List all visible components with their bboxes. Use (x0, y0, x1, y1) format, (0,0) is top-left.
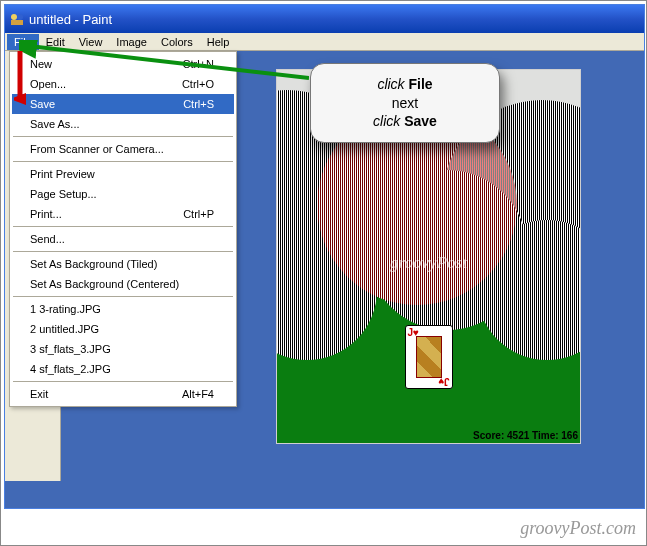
file-menu-1-3-rating-jpg[interactable]: 1 3-rating.JPG (12, 299, 234, 319)
menu-item-label: 1 3-rating.JPG (30, 303, 101, 315)
svg-point-2 (17, 14, 23, 20)
menu-separator (13, 226, 233, 227)
menu-item-label: 4 sf_flats_2.JPG (30, 363, 111, 375)
file-menu-save[interactable]: SaveCtrl+S (12, 94, 234, 114)
menubar: FileEditViewImageColorsHelp (5, 33, 644, 51)
file-menu-print[interactable]: Print...Ctrl+P (12, 204, 234, 224)
menu-item-label: From Scanner or Camera... (30, 143, 164, 155)
menu-view[interactable]: View (72, 34, 110, 50)
menu-item-shortcut: Ctrl+S (183, 98, 214, 110)
menu-item-label: 3 sf_flats_3.JPG (30, 343, 111, 355)
file-menu-set-as-background-tiled[interactable]: Set As Background (Tiled) (12, 254, 234, 274)
menu-item-label: Print... (30, 208, 62, 220)
file-menu-send[interactable]: Send... (12, 229, 234, 249)
menu-item-shortcut: Alt+F4 (182, 388, 214, 400)
menu-item-label: Page Setup... (30, 188, 97, 200)
file-menu-dropdown: NewCtrl+NOpen...Ctrl+OSaveCtrl+SSave As.… (9, 51, 237, 407)
file-menu-open[interactable]: Open...Ctrl+O (12, 74, 234, 94)
menu-separator (13, 136, 233, 137)
window-title: untitled - Paint (29, 12, 640, 27)
paint-window: untitled - Paint FileEditViewImageColors… (4, 4, 645, 509)
menu-item-label: Print Preview (30, 168, 95, 180)
menu-item-label: Exit (30, 388, 48, 400)
menu-colors[interactable]: Colors (154, 34, 200, 50)
menu-item-shortcut: Ctrl+P (183, 208, 214, 220)
file-menu-2-untitled-jpg[interactable]: 2 untitled.JPG (12, 319, 234, 339)
menu-separator (13, 251, 233, 252)
file-menu-new[interactable]: NewCtrl+N (12, 54, 234, 74)
menu-separator (13, 381, 233, 382)
menu-item-shortcut: Ctrl+N (183, 58, 214, 70)
menu-edit[interactable]: Edit (39, 34, 72, 50)
menu-separator (13, 296, 233, 297)
menu-item-label: Save (30, 98, 55, 110)
menu-item-label: Set As Background (Centered) (30, 278, 179, 290)
menu-item-label: Send... (30, 233, 65, 245)
menu-item-label: Save As... (30, 118, 80, 130)
file-menu-save-as[interactable]: Save As... (12, 114, 234, 134)
menu-help[interactable]: Help (200, 34, 237, 50)
instruction-callout: click File next click Save (310, 63, 500, 143)
menu-item-shortcut: Ctrl+O (182, 78, 214, 90)
menu-item-label: Set As Background (Tiled) (30, 258, 157, 270)
menu-image[interactable]: Image (109, 34, 154, 50)
menu-separator (13, 161, 233, 162)
file-menu-page-setup[interactable]: Page Setup... (12, 184, 234, 204)
menu-item-label: New (30, 58, 52, 70)
file-menu-set-as-background-centered[interactable]: Set As Background (Centered) (12, 274, 234, 294)
file-menu-4-sf-flats-2-jpg[interactable]: 4 sf_flats_2.JPG (12, 359, 234, 379)
brand-footer: groovyPost.com (520, 518, 636, 539)
svg-rect-0 (11, 20, 23, 25)
menu-item-label: 2 untitled.JPG (30, 323, 99, 335)
solitaire-status: Score: 4521 Time: 166 (473, 430, 578, 441)
file-menu-exit[interactable]: ExitAlt+F4 (12, 384, 234, 404)
svg-point-1 (11, 14, 17, 20)
file-menu-print-preview[interactable]: Print Preview (12, 164, 234, 184)
paint-app-icon (9, 11, 25, 27)
playing-card-jack-hearts: J♥ J♥ (405, 325, 453, 389)
menu-file[interactable]: File (7, 34, 39, 50)
file-menu-3-sf-flats-3-jpg[interactable]: 3 sf_flats_3.JPG (12, 339, 234, 359)
menu-item-label: Open... (30, 78, 66, 90)
titlebar: untitled - Paint (5, 5, 644, 33)
file-menu-from-scanner-or-camera[interactable]: From Scanner or Camera... (12, 139, 234, 159)
